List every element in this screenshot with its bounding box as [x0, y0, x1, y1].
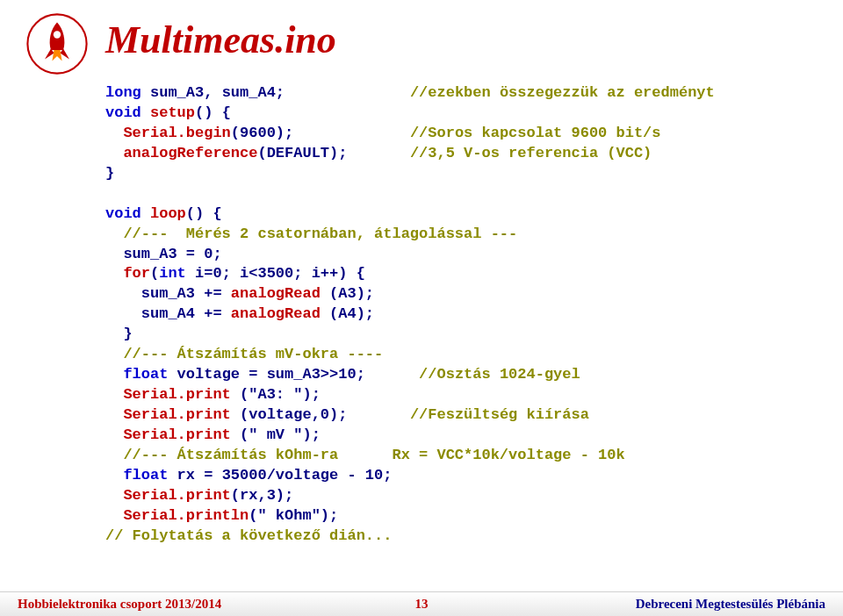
code-comment: //Feszültség kiírása	[410, 406, 589, 423]
page-number: 13	[415, 597, 429, 612]
code-fn: Serial.println	[123, 507, 249, 524]
code-text: (rx,3);	[231, 487, 293, 504]
code-text: }	[105, 326, 133, 342]
code-block: long sum_A3, sum_A4; //ezekben összegezz…	[105, 83, 799, 547]
code-text	[105, 507, 123, 524]
code-fn: Serial.begin	[123, 125, 230, 141]
code-fn: setup	[141, 104, 195, 121]
code-text: rx = 35000/voltage - 10;	[168, 467, 392, 483]
code-comment: //--- Átszámítás kOhm-ra Rx = VCC*10k/vo…	[105, 447, 625, 463]
code-text: (" kOhm");	[249, 507, 338, 524]
code-text	[105, 406, 123, 423]
rocket-logo	[26, 13, 88, 75]
code-fn: Serial.print	[123, 386, 230, 403]
code-fn: analogRead	[231, 305, 321, 322]
code-kw: float	[123, 467, 168, 483]
code-fn: analogRead	[231, 285, 321, 302]
code-kw: int	[159, 265, 186, 282]
code-text: ("A3: ");	[231, 386, 321, 403]
code-text: () {	[186, 205, 222, 222]
code-text: (" mV ");	[231, 426, 321, 443]
code-text	[105, 125, 123, 141]
code-text: (9600);	[231, 125, 410, 141]
code-comment: // Folytatás a következő dián...	[105, 527, 392, 544]
code-text: (DEFAULT);	[257, 145, 409, 161]
code-text: i=0; i<3500; i++) {	[186, 265, 365, 282]
code-text: voltage = sum_A3>>10;	[168, 366, 419, 383]
code-comment: //ezekben összegezzük az eredményt	[410, 84, 715, 101]
code-text	[105, 386, 123, 403]
footer: Hobbielektronika csoport 2013/2014 13 De…	[0, 591, 843, 616]
code-fn: Serial.print	[123, 487, 230, 504]
code-text: (voltage,0);	[231, 406, 410, 423]
code-fn: Serial.print	[123, 406, 230, 423]
code-comment: //--- Mérés 2 csatornában, átlagolással …	[105, 226, 517, 242]
footer-left: Hobbielektronika csoport 2013/2014	[18, 597, 221, 612]
code-text	[105, 467, 123, 483]
code-text	[105, 426, 123, 443]
code-kw: long	[105, 84, 141, 101]
code-text: (A4);	[321, 305, 374, 322]
code-text: sum_A3 = 0;	[105, 246, 222, 262]
code-text	[105, 265, 123, 282]
code-kw: void	[105, 205, 141, 222]
code-text	[105, 487, 123, 504]
code-fn: analogReference	[123, 145, 257, 161]
code-kw: void	[105, 104, 141, 121]
code-text: sum_A3, sum_A4;	[141, 84, 410, 101]
code-text: (	[150, 265, 159, 282]
code-text: (A3);	[321, 285, 374, 302]
code-kw: float	[123, 366, 168, 383]
page-title: Multimeas.ino	[105, 18, 336, 62]
code-comment: //Osztás 1024-gyel	[419, 366, 580, 383]
code-comment: //--- Átszámítás mV-okra ----	[105, 346, 383, 362]
svg-point-1	[54, 31, 61, 38]
code-text: sum_A4 +=	[105, 305, 231, 322]
code-text	[105, 145, 123, 161]
code-text	[105, 366, 123, 383]
code-comment: //Soros kapcsolat 9600 bit/s	[410, 125, 661, 141]
code-text: sum_A3 +=	[105, 285, 231, 302]
footer-right: Debreceni Megtestesülés Plébánia	[636, 597, 825, 612]
code-comment: //3,5 V-os referencia (VCC)	[410, 145, 652, 161]
code-text: () {	[195, 104, 231, 121]
code-text: }	[105, 165, 114, 182]
code-kw: for	[123, 265, 150, 282]
code-fn: Serial.print	[123, 426, 230, 443]
code-fn: loop	[141, 205, 186, 222]
